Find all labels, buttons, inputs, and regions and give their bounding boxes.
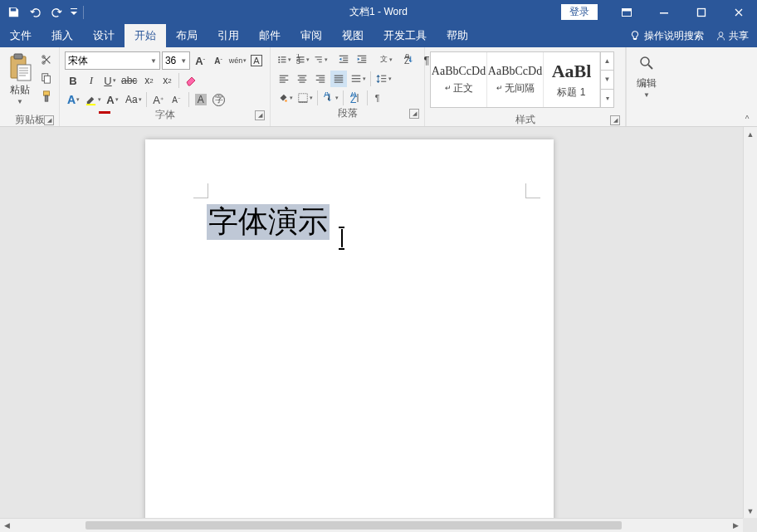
copy-button[interactable] [38,70,55,86]
paragraph-launcher[interactable]: ◢ [409,109,419,119]
format-painter-button[interactable] [38,88,55,105]
align-center-button[interactable] [294,71,310,87]
selected-text[interactable]: 字体演示 [207,204,330,240]
save-button[interactable] [3,2,23,22]
asian-phonetic-button[interactable]: A▾ [321,90,339,106]
editing-button[interactable]: 编辑 ▼ [630,50,663,99]
collapse-ribbon-button[interactable]: ^ [740,113,754,124]
bold-button[interactable]: B [65,72,81,89]
ribbon-display-button[interactable] [608,0,645,24]
font-name-combo[interactable]: 宋体▼ [65,51,160,70]
align-right-button[interactable] [312,71,329,87]
text-effects-button[interactable]: A▾ [65,91,81,108]
vertical-scrollbar[interactable]: ▲ ▼ [743,127,757,518]
lightbulb-icon [629,30,641,41]
sort-az-button[interactable]: AZ [347,90,364,106]
increase-indent-button[interactable] [354,51,370,68]
scroll-track[interactable] [14,519,729,532]
strikethrough-button[interactable]: abc [120,72,139,89]
clipboard-launcher[interactable]: ◢ [44,115,54,125]
horizontal-scrollbar[interactable]: ◀ ▶ [0,518,743,532]
gallery-down-button[interactable]: ▼ [601,71,613,89]
justify-button[interactable] [330,71,347,87]
borders-button[interactable]: ▾ [295,90,314,106]
multilevel-list-button[interactable]: ▾ [312,51,329,68]
style-normal[interactable]: AaBbCcDd ↵正文 [431,52,487,107]
gallery-up-button[interactable]: ▲ [601,52,613,71]
decrease-indent-button[interactable] [335,51,352,68]
tab-file[interactable]: 文件 [0,24,42,47]
tab-design[interactable]: 设计 [83,24,125,47]
scroll-right-button[interactable]: ▶ [729,519,743,532]
pilcrow-icon: ¶ [374,92,385,104]
italic-button[interactable]: I [83,72,100,89]
subscript-button[interactable]: x2 [140,72,157,89]
tab-developer[interactable]: 开发工具 [374,24,437,47]
align-left-button[interactable] [276,71,292,87]
line-spacing-button[interactable]: ▾ [374,71,393,87]
minimize-button[interactable] [645,0,682,24]
numbering-button[interactable]: 123▾ [294,51,310,68]
style-no-spacing[interactable]: AaBbCcDd ↵无间隔 [487,52,544,107]
grow-font-button[interactable]: Aˆ [192,52,208,69]
svg-rect-55 [335,80,344,81]
close-button[interactable] [720,0,757,24]
svg-rect-59 [352,81,361,82]
shading-button[interactable]: ▾ [276,90,294,106]
tab-home[interactable]: 开始 [125,24,166,47]
paint-bucket-icon [277,92,289,104]
scroll-thumb[interactable] [85,521,622,530]
underline-button[interactable]: U▾ [101,72,118,89]
chevron-down-icon[interactable]: ▼ [148,57,157,65]
qat-customize-button[interactable] [68,2,80,22]
svg-point-70 [641,57,649,66]
sort-button[interactable]: AZ [400,51,417,68]
login-button[interactable]: 登录 [561,4,598,20]
show-hide-button[interactable]: ¶ [371,90,388,106]
shrink-font-a-button[interactable]: A⁻ [168,91,185,108]
tell-me-search[interactable]: 操作说明搜索 [629,29,704,43]
undo-button[interactable] [25,2,45,22]
distributed-button[interactable]: ▾ [349,71,367,87]
scroll-left-button[interactable]: ◀ [0,519,14,532]
share-button[interactable]: 共享 [715,29,749,43]
title-bar: 文档1 - Word 登录 [0,0,757,24]
maximize-button[interactable] [682,0,720,24]
asian-layout-button[interactable]: 文▾ [377,51,393,68]
superscript-button[interactable]: x2 [159,72,175,89]
tab-view[interactable]: 视图 [332,24,374,47]
scroll-down-button[interactable]: ▼ [744,504,757,518]
page[interactable]: 字体演示 [145,139,554,532]
font-color-button[interactable]: A▾ [104,91,120,108]
change-case-button[interactable]: Aa▾ [124,91,143,108]
clear-formatting-button[interactable] [183,72,199,89]
redo-button[interactable] [46,2,66,22]
character-shading-button[interactable]: A [193,91,209,108]
scroll-track[interactable] [744,141,757,504]
paste-button[interactable]: 粘贴 ▼ [3,50,37,105]
character-border-button[interactable]: A [248,52,265,69]
person-icon [715,31,726,41]
chevron-down-icon: ▼ [643,91,650,99]
bullets-button[interactable]: ▾ [276,51,292,68]
tab-help[interactable]: 帮助 [437,24,478,47]
tab-review[interactable]: 审阅 [291,24,332,47]
enclose-characters-button[interactable]: 字 [211,91,227,108]
chevron-down-icon[interactable]: ▼ [178,57,187,65]
highlight-button[interactable]: ▾ [83,91,102,108]
scroll-up-button[interactable]: ▲ [744,127,757,141]
shrink-font-button[interactable]: Aˇ [210,52,227,69]
svg-point-19 [278,61,280,63]
phonetic-guide-button[interactable]: wén▾ [228,52,247,69]
style-heading1[interactable]: AaBl 标题 1 [544,52,600,107]
font-size-combo[interactable]: 36▼ [162,51,190,70]
styles-launcher[interactable]: ◢ [610,115,620,125]
tab-layout[interactable]: 布局 [166,24,208,47]
cut-button[interactable] [38,51,55,68]
tab-references[interactable]: 引用 [208,24,249,47]
tab-insert[interactable]: 插入 [42,24,83,47]
tab-mailings[interactable]: 邮件 [249,24,291,47]
font-launcher[interactable]: ◢ [255,110,265,120]
gallery-more-button[interactable]: ▾ [601,90,613,107]
grow-font-a-button[interactable]: A⁺ [150,91,167,108]
